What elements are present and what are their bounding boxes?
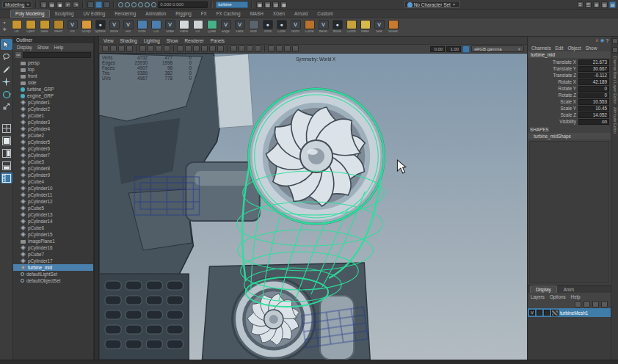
view-transform-dropdown[interactable]: sRGB gamma ▼	[471, 46, 524, 52]
shelf-button[interactable]: Quad	[206, 20, 218, 33]
shelf-tab[interactable]: Rendering	[110, 10, 140, 17]
file-save-icon[interactable]: ▣	[57, 1, 63, 8]
render-setup-icon[interactable]: ▩	[280, 1, 287, 8]
create-layer-from-selected-icon[interactable]	[601, 301, 608, 307]
shelf-gear-icon[interactable]: ✚	[2, 26, 6, 32]
shelf-button[interactable]: ● Sphere	[94, 20, 106, 33]
outliner-search-input[interactable]	[23, 52, 91, 58]
select-camera-icon[interactable]	[102, 46, 109, 52]
pane-separator[interactable]	[94, 37, 99, 360]
safe-title-icon[interactable]	[217, 46, 224, 52]
layer-editor-tab[interactable]: Anim	[559, 286, 579, 293]
shelf-button[interactable]: ● Torus	[261, 20, 274, 33]
channelbox-settings-icon[interactable]: ?	[606, 38, 608, 43]
outliner-item[interactable]: pCube7	[13, 251, 93, 258]
outliner-item[interactable]: pCube2	[13, 132, 93, 139]
outliner-item[interactable]: pCylinder14	[13, 218, 93, 225]
shelf-tab[interactable]: FX Caching	[212, 10, 245, 17]
render-icon[interactable]: ▦	[256, 1, 263, 8]
layer-display-type-toggle[interactable]	[544, 310, 550, 316]
layer-playback-toggle[interactable]	[537, 310, 542, 316]
image-plane-icon[interactable]	[139, 46, 146, 52]
selection-mask-hierarchy-icon[interactable]	[118, 2, 123, 7]
outliner-item[interactable]: turbine_mid	[13, 264, 93, 271]
viewport-menu-item[interactable]: Lighting	[144, 38, 160, 43]
redo-icon[interactable]: ↷	[73, 1, 79, 8]
textured-icon[interactable]	[255, 46, 261, 52]
shelf-button[interactable]: Knife	[136, 20, 148, 33]
gate-mask-icon[interactable]	[193, 46, 200, 52]
layer-color-swatch[interactable]	[551, 310, 559, 316]
outliner-item[interactable]: turbine_GRP	[13, 86, 93, 92]
snap-curve-icon[interactable]: ∷	[95, 1, 102, 8]
channel-value-field[interactable]: 0	[578, 86, 609, 92]
render-settings-icon[interactable]: ▨	[272, 1, 279, 8]
slow-speed-icon[interactable]: ∧	[595, 37, 599, 43]
outliner-item[interactable]: pCylinder13	[13, 211, 93, 218]
lighting-all-icon[interactable]	[284, 46, 291, 52]
shelf-tab[interactable]: XGen	[269, 10, 289, 17]
shelf-tab[interactable]: MASH	[246, 10, 268, 17]
layout-stacked-pane[interactable]	[1, 160, 12, 171]
shelf-tab[interactable]: Arnold	[290, 10, 312, 17]
collapse-sidebar-icon[interactable]	[612, 47, 618, 53]
outliner-item[interactable]: pCylinder9	[13, 172, 93, 178]
outliner-item[interactable]: defaultLightSet	[13, 271, 93, 277]
shelf-tab[interactable]: Poly Modeling	[10, 10, 50, 18]
shelf-button[interactable]: V Norm	[289, 20, 302, 33]
selection-mask-component-icon[interactable]	[131, 2, 137, 7]
layer-row[interactable]: V turbineMesh1	[528, 308, 611, 317]
outliner-item[interactable]: persp	[13, 59, 93, 66]
outliner-item[interactable]: pCube6	[13, 225, 93, 231]
shelf-tab[interactable]: Rigging	[171, 10, 195, 17]
layout-split-pane[interactable]	[1, 148, 12, 159]
layer-visibility-toggle[interactable]: V	[529, 310, 535, 316]
layout-four-pane[interactable]	[1, 123, 12, 134]
grid-icon[interactable]	[164, 46, 170, 52]
shaded-icon[interactable]	[247, 46, 253, 52]
layer-editor-menu-item[interactable]: Layers	[531, 294, 545, 299]
channel-value-field[interactable]: 0	[578, 92, 609, 98]
outliner-item[interactable]: top	[13, 66, 93, 73]
filter-icon[interactable]: ≔	[15, 52, 21, 58]
move-layer-up-icon[interactable]	[575, 301, 581, 307]
layer-editor-tab[interactable]: Display	[530, 285, 557, 293]
outliner-item[interactable]: pCylinder15	[13, 231, 93, 238]
outliner-item[interactable]: pCylinder8	[13, 165, 93, 172]
outliner-item[interactable]: pCylinder17	[13, 258, 93, 264]
channelbox-object-name[interactable]: turbine_mid	[528, 51, 611, 58]
shelf-button[interactable]: UV	[192, 20, 204, 33]
undo-icon[interactable]: ↶	[65, 1, 71, 8]
outliner-item[interactable]: pCylinder10	[13, 185, 93, 192]
field-chart-icon[interactable]	[201, 46, 208, 52]
outliner-item[interactable]: front	[13, 73, 93, 79]
shelf-tab[interactable]: FX	[197, 10, 211, 17]
outliner-menu-item[interactable]: Help	[54, 45, 63, 50]
channelbox-menu-item[interactable]: Edit	[556, 46, 564, 51]
shelf-button[interactable]: V Bevel	[317, 20, 330, 33]
shelf-button[interactable]: V Scale	[164, 20, 176, 33]
bookmark-icon[interactable]	[126, 46, 133, 52]
menuset-dropdown[interactable]: Modeling ▼	[2, 1, 32, 8]
shelf-button[interactable]: ● Boole	[331, 20, 343, 33]
sidebar-outliner-icon[interactable]: ▥	[601, 1, 608, 8]
select-tool[interactable]	[1, 39, 12, 50]
shelf-button[interactable]: V Sew	[373, 20, 385, 33]
shelf-button[interactable]: Plane	[178, 20, 190, 33]
shelf-button[interactable]: V Face	[233, 20, 246, 33]
sidebar-tab-channelbox[interactable]: Channel Box / Layer Editor	[613, 56, 617, 104]
sidebar-modeling-toolkit-icon[interactable]: ≣	[593, 1, 600, 8]
shape-node-name[interactable]: turbine_midShape	[528, 133, 611, 139]
outliner-item[interactable]: pCylinder2	[13, 106, 93, 112]
shelf-button[interactable]: Mask	[359, 20, 371, 33]
outliner-item[interactable]: pCylinder1	[13, 99, 93, 106]
shelf-button[interactable]: Curve	[303, 20, 316, 33]
outliner-item[interactable]: pCylinder4	[13, 125, 93, 132]
channel-value-field[interactable]: on	[578, 119, 609, 125]
file-open-icon[interactable]: ▤	[48, 1, 55, 8]
film-gate-icon[interactable]	[177, 46, 183, 52]
selection-mask-render-icon[interactable]	[138, 2, 143, 7]
channelbox-menu-item[interactable]: Channels	[531, 46, 551, 51]
outliner-item[interactable]: pCylinder5	[13, 139, 93, 145]
shelf-button[interactable]: Mesh	[52, 20, 65, 33]
